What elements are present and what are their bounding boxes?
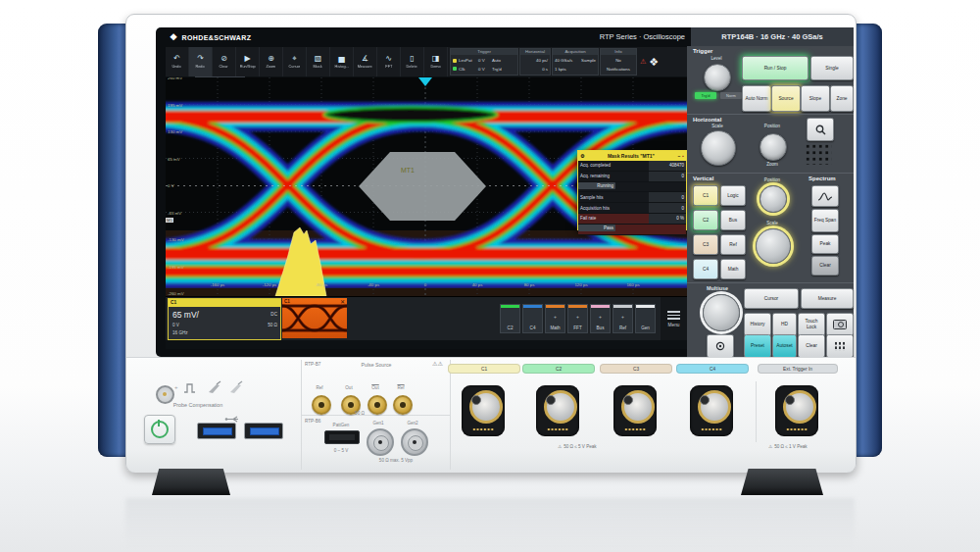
trigger-level-knob[interactable]	[704, 64, 731, 91]
trace-button-math[interactable]: +Math	[545, 304, 565, 333]
eye-diagram[interactable]: MT1 260 mV195 mV130 mV65 mV0 V-65 mV-130…	[166, 77, 687, 296]
menu-button[interactable]: Menu	[661, 297, 687, 340]
channel-c1-button[interactable]: C1	[693, 185, 718, 206]
vertical-position-knob[interactable]	[760, 185, 787, 213]
v-axis-label: 195 mV	[168, 103, 182, 109]
time-axis-label: 40 ps	[464, 282, 491, 287]
horizontal-scale-knob[interactable]	[701, 130, 736, 166]
vertical-logic-button[interactable]: Logic	[720, 185, 746, 206]
c1-eye-thumbnail[interactable]: C1 ✕	[282, 298, 347, 338]
channel1-signal-badge[interactable]: C1 65 mV/ 0 V 16 GHz DC 50 Ω	[168, 298, 281, 340]
horizontal-section-label: Horizontal	[693, 117, 721, 123]
toolbar-clear-button[interactable]: ⊘Clear	[213, 47, 236, 76]
channel-rating-warning: ⚠ 50 Ω ≤ 5 V Peak	[558, 444, 597, 449]
mask-results-table: Acq. completed408470Acq. remaining0State…	[578, 161, 686, 235]
h-position-knob-label: Position	[758, 124, 787, 128]
close-icon[interactable]: ▪	[682, 153, 684, 159]
v-scale-knob-label: Scale	[758, 221, 787, 226]
toolbar-undo-button[interactable]: ↶Undo	[166, 47, 189, 76]
channel-c4-button[interactable]: C4	[693, 259, 718, 279]
peak-button[interactable]: Peak	[811, 234, 839, 254]
trace-button-ref[interactable]: +Ref	[612, 304, 633, 333]
autoset-button[interactable]: Autoset	[772, 334, 797, 358]
toolbar-clear-label: Clear	[220, 64, 228, 69]
connector-pads	[472, 427, 494, 431]
mask-row-label: Acq. completed	[578, 161, 649, 171]
norm-led: Norm	[720, 92, 742, 99]
intensity-button[interactable]	[707, 334, 734, 358]
trace-button-bus[interactable]: +Bus	[590, 304, 611, 333]
connector-hole	[785, 395, 795, 405]
multiuse-knob[interactable]	[703, 294, 740, 331]
histogram-icon: ▅	[338, 55, 344, 63]
mask-row-value: Pass	[578, 225, 615, 231]
screenshot-button[interactable]	[826, 313, 854, 336]
power-button[interactable]	[144, 415, 175, 444]
spectrum-button[interactable]	[811, 185, 839, 207]
freq-span-button[interactable]: Freq Span	[811, 209, 839, 232]
measure-button[interactable]: Measure	[801, 288, 854, 309]
thumbnail-eye	[282, 298, 347, 338]
hd-button[interactable]: HD	[772, 313, 797, 336]
toolbar-mask-button[interactable]: ▧Mask	[307, 47, 330, 76]
touch-lock-button[interactable]: Touch Lock	[798, 313, 825, 336]
trace-button-fft[interactable]: +FFT	[567, 304, 588, 333]
toolbar-redo-button[interactable]: ↷Redo	[189, 47, 213, 76]
channel-c3-button[interactable]: C3	[693, 234, 718, 255]
info-segment[interactable]: Info No Notifications	[600, 48, 637, 75]
cursor-button[interactable]: Cursor	[744, 288, 799, 309]
toolbar-run-stop-label: Run/Stop	[239, 64, 255, 69]
trigger-name: LevPat	[459, 58, 476, 63]
trace-button-c4[interactable]: C4	[522, 304, 543, 333]
thumb-close-icon[interactable]: ✕	[340, 298, 345, 305]
slope-button[interactable]: Slope	[801, 85, 830, 112]
toolbar-cursor-label: Cursor	[289, 64, 301, 69]
screen-bezel: ❖ ROHDE&SCHWARZ RTP Series · Oscilloscop…	[156, 27, 854, 357]
zoom-magnifier-button[interactable]	[807, 118, 834, 141]
clear-button[interactable]: Clear	[798, 334, 825, 358]
history-button[interactable]: History	[744, 313, 771, 336]
horizontal-position-knob[interactable]	[760, 133, 787, 161]
toolbar-run-stop-button[interactable]: ▶Run/Stop	[236, 47, 260, 76]
vertical-ref-button[interactable]: Ref	[720, 234, 746, 255]
zone-button[interactable]: Zone	[830, 85, 854, 112]
toolbar-measure-button[interactable]: ∡Measure	[354, 47, 377, 76]
vertical-scale-knob[interactable]	[756, 228, 791, 264]
time-axis-label: 160 ps	[619, 282, 647, 287]
toolbar-delete-button[interactable]: ▯Delete	[401, 47, 424, 76]
trigger-mode: Trg'd	[492, 67, 502, 72]
toolbar-demo-button[interactable]: ◨Demo	[424, 47, 448, 76]
vertical-bus-button[interactable]: Bus	[720, 210, 746, 230]
source-button[interactable]: Source	[771, 85, 801, 112]
toolbar-zoom-button[interactable]: ⊕Zoom	[260, 47, 283, 76]
channel-c2-button[interactable]: C2	[693, 210, 718, 230]
divider	[756, 381, 757, 442]
spectrum-clear-button[interactable]: Clear	[811, 256, 839, 276]
toolbar-histogram-label: Histog...	[334, 64, 348, 69]
toolbar-histogram-button[interactable]: ▅Histog...	[330, 47, 354, 76]
popup-gear-icon[interactable]: ⚙	[580, 153, 584, 159]
run-stop-button[interactable]: Run / Stop	[742, 56, 808, 80]
touchscreen[interactable]: ↶Undo↷Redo⊘Clear▶Run/Stop⊕Zoom⌖Cursor▧Ma…	[166, 47, 687, 349]
auto-norm-button[interactable]: Auto Norm	[742, 85, 771, 112]
toolbar-fft-button[interactable]: ∿FFT	[377, 47, 401, 76]
trace-button-gen[interactable]: Gen	[635, 304, 656, 333]
trace-color-bar	[523, 305, 542, 308]
preset-button[interactable]: Preset	[744, 334, 771, 358]
trace-button-c2[interactable]: C2	[500, 304, 520, 333]
apps-button[interactable]	[826, 334, 854, 358]
acquisition-status-segment[interactable]: Acquisition 40 GSa/s Sample 1 kpts	[552, 48, 599, 75]
mask-results-popup[interactable]: ⚙ Mask Results "MT1" – ▪ Acq. completed4…	[577, 150, 687, 230]
mask-row-label: Acq. remaining	[578, 172, 649, 181]
v-axis-label: -195 mV	[168, 265, 184, 271]
trigger-status-segment[interactable]: Trigger LevPat0 VAutoClk0 VTrg'd	[450, 48, 518, 75]
status-infobar[interactable]: Trigger LevPat0 VAutoClk0 VTrg'd Horizon…	[450, 48, 659, 75]
trace-color-bar	[501, 305, 519, 308]
toolbar-cursor-button[interactable]: ⌖Cursor	[283, 47, 307, 76]
vertical-math-button[interactable]: Math	[720, 259, 746, 279]
single-button[interactable]: Single	[810, 56, 854, 80]
minimize-icon[interactable]: –	[677, 153, 680, 159]
vertical-section-label: Vertical	[693, 176, 713, 181]
horizontal-status-segment[interactable]: Horizontal 40 ps/ 0 s	[519, 48, 551, 75]
time-axis-label: -160 ps	[204, 282, 231, 287]
